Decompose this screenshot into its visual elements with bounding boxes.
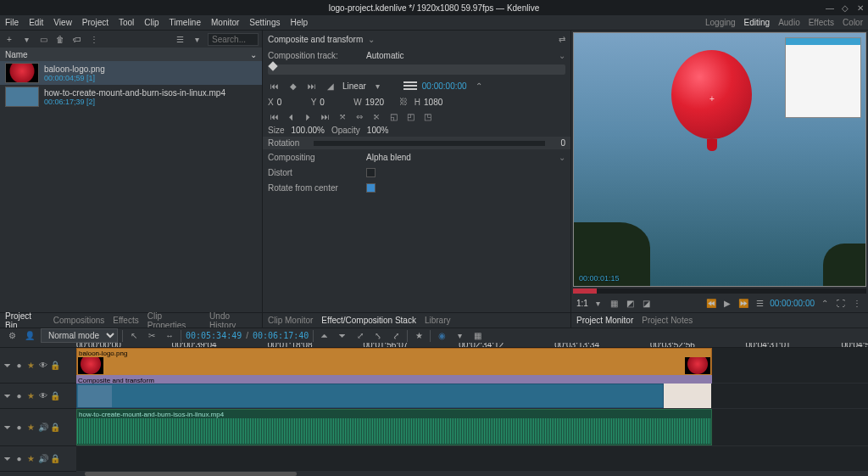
tag-icon[interactable]: 🏷: [71, 33, 83, 45]
edit-mode-select[interactable]: Normal mode: [41, 328, 118, 343]
scroll-thumb[interactable]: [85, 472, 297, 476]
razor-tool-icon[interactable]: ✂: [145, 330, 159, 342]
go-first-icon[interactable]: ⏮: [268, 110, 281, 122]
timeline-tc1[interactable]: 00:05:34:49: [186, 331, 242, 340]
minimize-icon[interactable]: —: [826, 3, 834, 12]
original-size-icon[interactable]: ◰: [403, 110, 417, 122]
compositing-value[interactable]: Alpha blend: [366, 153, 411, 162]
overwrite-icon[interactable]: ⤤: [389, 330, 403, 342]
folder-icon[interactable]: ▭: [37, 33, 49, 45]
rotation-slider[interactable]: [314, 141, 545, 146]
effects-active-icon[interactable]: ★: [26, 391, 36, 400]
keyframe-timeline[interactable]: [268, 64, 565, 75]
expand-icon[interactable]: ⏷: [3, 391, 12, 400]
favorite-icon[interactable]: ★: [412, 330, 426, 342]
menu-project[interactable]: Project: [82, 18, 108, 27]
track-head-v1[interactable]: ⏷ ● ★ 👁 🔒: [0, 384, 76, 409]
track-head-a1[interactable]: ⏷ ● ★ 🔊 🔒: [0, 409, 76, 446]
tab-project-notes[interactable]: Project Notes: [642, 316, 693, 325]
fit-icon[interactable]: ◱: [387, 110, 400, 122]
go-next-icon[interactable]: ⏵: [302, 110, 315, 122]
insert-icon[interactable]: ⤣: [371, 330, 385, 342]
share-icon[interactable]: ⇄: [559, 35, 565, 44]
effects-active-icon[interactable]: ★: [26, 454, 36, 463]
stepper-icon[interactable]: ⌃: [472, 80, 486, 92]
ws-effects[interactable]: Effects: [809, 18, 834, 27]
chevron-down-icon[interactable]: ⌄: [250, 50, 257, 59]
zone-in-icon[interactable]: ⏷: [336, 330, 349, 342]
mute-icon[interactable]: 👁: [38, 361, 47, 370]
h-value[interactable]: 1080: [424, 98, 454, 107]
target-icon[interactable]: ●: [14, 391, 24, 400]
grid-icon[interactable]: ▦: [609, 297, 620, 309]
keyframe-timecode[interactable]: 00:00:00:00: [422, 81, 467, 91]
video-track-2[interactable]: baloon-logo.png Composite and transform: [76, 348, 868, 384]
menu-monitor[interactable]: Monitor: [211, 18, 239, 27]
zoom-ratio[interactable]: 1:1: [576, 299, 588, 308]
prev-keyframe-icon[interactable]: ⏮: [268, 80, 281, 92]
menu-file[interactable]: File: [5, 18, 19, 27]
expand-icon[interactable]: ⏷: [3, 454, 12, 463]
menu-tool[interactable]: Tool: [119, 18, 134, 27]
menu-icon[interactable]: [403, 85, 417, 87]
target-icon[interactable]: ●: [14, 454, 24, 463]
y-value[interactable]: 0: [320, 98, 350, 107]
timeline-scrollbar[interactable]: [0, 472, 868, 476]
lock-icon[interactable]: 🔒: [50, 454, 59, 463]
tab-project-monitor[interactable]: Project Monitor: [576, 316, 633, 325]
menu-timeline[interactable]: Timeline: [170, 18, 201, 27]
track-head-v2[interactable]: ⏷ ● ★ 👁 🔒: [0, 348, 76, 384]
grid-icon[interactable]: ▦: [470, 330, 484, 342]
bin-item[interactable]: baloon-logo.png 00:00:04;59 [1]: [0, 61, 262, 85]
chevron-down-icon[interactable]: ▾: [191, 33, 203, 45]
opacity-value[interactable]: 100%: [367, 126, 389, 135]
cut-icon[interactable]: ⤢: [353, 330, 367, 342]
ws-color[interactable]: Color: [843, 18, 863, 27]
options-icon[interactable]: ⋮: [851, 297, 863, 309]
chevron-down-icon[interactable]: ▾: [593, 297, 604, 309]
mute-icon[interactable]: 🔊: [38, 423, 47, 432]
list-view-icon[interactable]: ☰: [174, 33, 186, 45]
distort-checkbox[interactable]: [366, 168, 376, 177]
lock-icon[interactable]: 🔒: [50, 391, 59, 400]
track-head-a2[interactable]: ⏷ ● ★ 🔊 🔒: [0, 446, 76, 472]
audio-track-1[interactable]: how-to-create-mount-and-burn-isos-in-lin…: [76, 409, 868, 446]
chevron-down-icon[interactable]: ▾: [20, 33, 32, 45]
tab-compositions[interactable]: Compositions: [53, 316, 105, 325]
bin-item[interactable]: how-to-create-mount-and-burn-isos-in-lin…: [0, 85, 262, 109]
mute-icon[interactable]: 👁: [38, 391, 47, 400]
align-left-icon[interactable]: ⤧: [336, 110, 349, 122]
monitor-scrubber[interactable]: [573, 288, 866, 294]
ws-audio[interactable]: Audio: [778, 18, 800, 27]
target-icon[interactable]: ●: [14, 423, 24, 432]
expand-icon[interactable]: ⏷: [3, 361, 12, 370]
monitor-video[interactable]: + 00:00:01:15: [573, 32, 866, 287]
selection-tool-icon[interactable]: ↖: [127, 330, 141, 342]
timeline-clip-video[interactable]: [76, 384, 664, 408]
timeline-clip-video-tail[interactable]: [664, 384, 711, 408]
lock-icon[interactable]: 🔒: [50, 361, 59, 370]
effects-active-icon[interactable]: ★: [26, 423, 36, 432]
fullscreen-icon[interactable]: ⛶: [835, 297, 847, 309]
gear-icon[interactable]: ⚙: [5, 330, 19, 342]
composition-track-value[interactable]: Automatic: [366, 51, 403, 60]
add-clip-icon[interactable]: +: [3, 33, 15, 45]
maximize-icon[interactable]: ◇: [841, 3, 849, 12]
align-center-icon[interactable]: ⇔: [353, 110, 366, 122]
rotate-from-center-checkbox[interactable]: [366, 183, 376, 193]
timeline-tracks[interactable]: Master baloon-logo.png Composite and tra…: [76, 348, 868, 472]
keyframe-marker[interactable]: [268, 61, 277, 70]
rotation-value[interactable]: 0: [548, 138, 565, 148]
interpolation-icon[interactable]: ◢: [324, 80, 337, 92]
w-value[interactable]: 1920: [365, 98, 396, 107]
forward-icon[interactable]: ⏩: [737, 297, 749, 309]
spacer-tool-icon[interactable]: ↔: [163, 330, 176, 342]
interpolation-label[interactable]: Linear: [342, 81, 366, 91]
close-icon[interactable]: ✕: [856, 3, 865, 12]
chevron-down-icon[interactable]: ⌄: [368, 35, 375, 44]
project-bin-header[interactable]: Name ⌄: [0, 48, 262, 61]
menu-icon[interactable]: ⋮: [88, 33, 100, 45]
chevron-down-icon[interactable]: ⌄: [559, 153, 565, 162]
zone-in-icon[interactable]: ◩: [625, 297, 637, 309]
target-icon[interactable]: ●: [14, 361, 24, 370]
